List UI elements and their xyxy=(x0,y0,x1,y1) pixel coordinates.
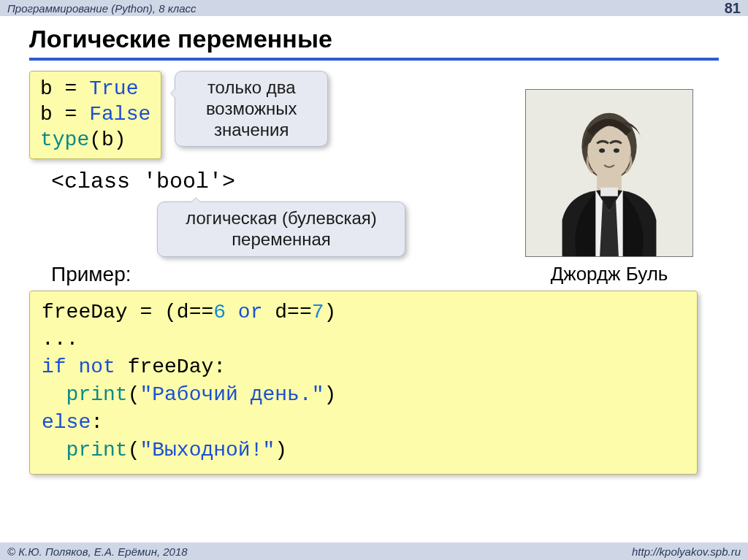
code-text: freeDay = (d== xyxy=(42,301,213,323)
course-label: Программирование (Python), 8 класс xyxy=(7,2,196,15)
code-string: "Рабочий день." xyxy=(140,383,324,406)
code-keyword: True xyxy=(89,77,138,100)
callout-line: значения xyxy=(188,120,314,141)
code-box-example: freeDay = (d==6 or d==7) ... if not free… xyxy=(29,291,698,475)
code-number: 7 xyxy=(312,301,324,323)
code-string: "Выходной!" xyxy=(140,439,275,461)
code-func: print xyxy=(42,439,128,461)
code-text: ) xyxy=(324,301,337,323)
code-text: b = xyxy=(40,103,89,126)
callout-line: возможных xyxy=(188,99,314,120)
code-func: print xyxy=(42,383,128,406)
copyright: © К.Ю. Поляков, Е.А. Ерёмин, 2018 xyxy=(7,545,188,558)
code-number: 6 xyxy=(213,301,226,323)
svg-rect-4 xyxy=(600,188,618,196)
callout-two-values: только два возможных значения xyxy=(175,71,328,147)
footer-bar: © К.Ю. Поляков, Е.А. Ерёмин, 2018 http:/… xyxy=(0,542,748,560)
callout-boolean-var: логическая (булевская) переменная xyxy=(157,202,405,257)
portrait-image xyxy=(525,89,693,257)
code-keyword: False xyxy=(89,103,150,126)
callout-line: логическая (булевская) xyxy=(171,208,392,229)
svg-point-5 xyxy=(599,148,605,153)
callout-line: переменная xyxy=(171,229,392,250)
code-text: ... xyxy=(42,328,78,350)
code-func: type xyxy=(40,129,89,151)
code-text: freeDay: xyxy=(115,356,226,378)
code-keyword: if not xyxy=(42,356,115,378)
code-text: ) xyxy=(324,383,336,406)
code-box-bool: b = True b = False type(b) xyxy=(29,71,161,159)
slide-title: Логические переменные xyxy=(29,25,719,53)
code-text: ( xyxy=(128,383,140,406)
person-icon xyxy=(526,90,692,256)
code-text: b = xyxy=(40,77,89,100)
code-text: ( xyxy=(128,439,140,461)
code-keyword: else xyxy=(42,411,91,434)
code-text: : xyxy=(91,411,103,434)
header-bar: Программирование (Python), 8 класс 81 xyxy=(0,0,748,16)
code-text: d== xyxy=(262,301,311,323)
code-text: ) xyxy=(275,439,287,461)
code-keyword: or xyxy=(226,301,262,323)
page-number: 81 xyxy=(725,0,741,17)
footer-url: http://kpolyakov.spb.ru xyxy=(632,545,741,558)
portrait-caption: Джордж Буль xyxy=(514,263,704,285)
callout-line: только два xyxy=(188,77,314,99)
portrait-block: Джордж Буль xyxy=(514,89,704,285)
svg-point-6 xyxy=(614,148,619,153)
slide-content: Логические переменные b = True b = False… xyxy=(0,16,748,475)
code-text: (b) xyxy=(89,129,126,151)
title-rule xyxy=(29,58,719,61)
